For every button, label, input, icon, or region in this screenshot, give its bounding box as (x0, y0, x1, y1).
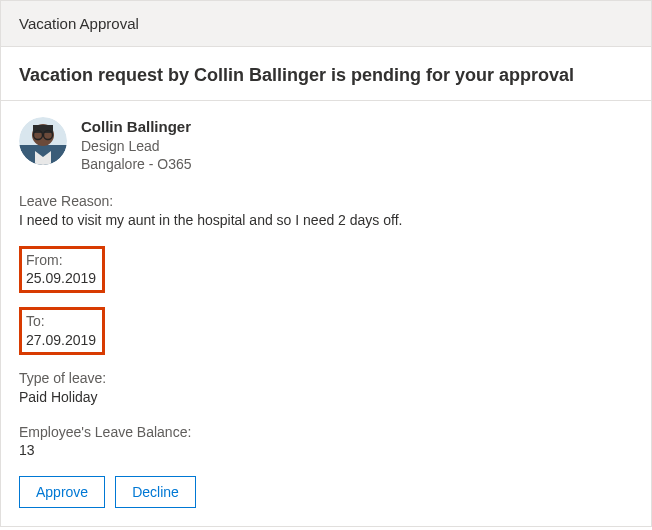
decline-button[interactable]: Decline (115, 476, 196, 508)
requester-profile: Collin Ballinger Design Lead Bangalore -… (19, 117, 633, 174)
card-header-title: Vacation Approval (19, 15, 139, 32)
leave-balance-label: Employee's Leave Balance: (19, 423, 633, 442)
requester-location: Bangalore - O365 (81, 155, 192, 174)
leave-balance-value: 13 (19, 441, 633, 460)
from-label: From: (26, 251, 96, 269)
requester-role: Design Lead (81, 137, 192, 156)
card-body: Collin Ballinger Design Lead Bangalore -… (1, 101, 651, 526)
from-value: 25.09.2019 (26, 269, 96, 287)
from-date-box: From: 25.09.2019 (19, 246, 105, 293)
avatar (19, 117, 67, 165)
leave-reason-label: Leave Reason: (19, 192, 633, 211)
card-header: Vacation Approval (1, 1, 651, 47)
vacation-approval-card: Vacation Approval Vacation request by Co… (0, 0, 652, 527)
leave-reason-value: I need to visit my aunt in the hospital … (19, 211, 633, 230)
approve-button[interactable]: Approve (19, 476, 105, 508)
requester-info: Collin Ballinger Design Lead Bangalore -… (81, 117, 192, 174)
to-value: 27.09.2019 (26, 331, 96, 349)
leave-balance-field: Employee's Leave Balance: 13 (19, 423, 633, 461)
leave-type-value: Paid Holiday (19, 388, 633, 407)
action-buttons: Approve Decline (19, 476, 633, 508)
svg-rect-4 (33, 125, 53, 133)
to-date-box: To: 27.09.2019 (19, 307, 105, 354)
card-subtitle: Vacation request by Collin Ballinger is … (1, 47, 651, 101)
leave-type-field: Type of leave: Paid Holiday (19, 369, 633, 407)
requester-name: Collin Ballinger (81, 117, 192, 137)
avatar-icon (19, 117, 67, 165)
to-label: To: (26, 312, 96, 330)
leave-reason-field: Leave Reason: I need to visit my aunt in… (19, 192, 633, 230)
leave-type-label: Type of leave: (19, 369, 633, 388)
